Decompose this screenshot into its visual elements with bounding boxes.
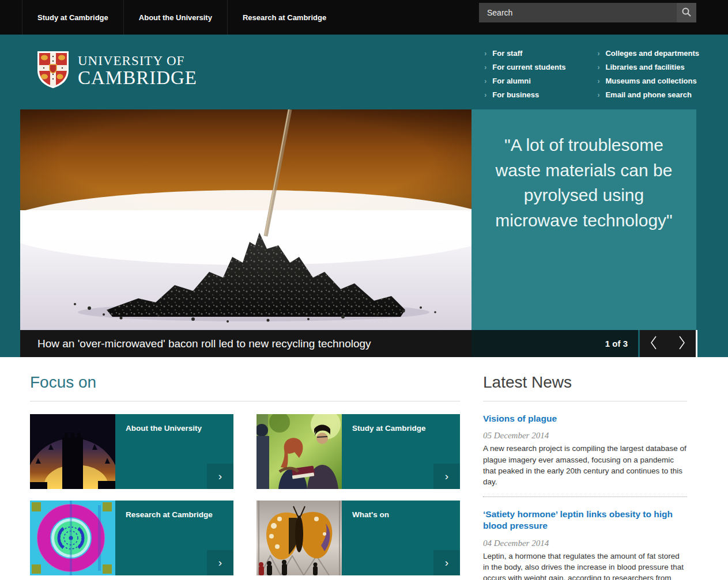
tile-label: Study at Cambridge bbox=[342, 414, 433, 489]
teal-header-zone: UNIVERSITY OF CAMBRIDGE ›For staff ›For … bbox=[0, 35, 728, 357]
link-label: Museums and collections bbox=[605, 77, 696, 85]
carousel-prev-button[interactable] bbox=[640, 330, 668, 357]
focus-on-section: Focus on bbox=[30, 370, 460, 580]
tile-image-church-silhouette bbox=[30, 414, 115, 489]
tile-image-students bbox=[257, 414, 342, 489]
tile-whats-on[interactable]: What's on › bbox=[257, 501, 460, 575]
tile-arrow-button[interactable]: › bbox=[207, 464, 233, 489]
masthead: UNIVERSITY OF CAMBRIDGE ›For staff ›For … bbox=[0, 35, 728, 109]
tile-arrow-button[interactable]: › bbox=[433, 464, 460, 489]
news-article-date: 04 December 2014 bbox=[483, 539, 687, 548]
university-logo[interactable]: UNIVERSITY OF CAMBRIDGE bbox=[37, 51, 197, 91]
search-button[interactable] bbox=[677, 3, 696, 22]
carousel-page-indicator: 1 of 3 bbox=[471, 330, 640, 357]
nav-label: Research at Cambridge bbox=[243, 13, 326, 22]
link-for-alumni[interactable]: ›For alumni bbox=[484, 74, 565, 88]
hero-carousel-slide: "A lot of troublesome waste materials ca… bbox=[0, 109, 728, 330]
chevron-right-icon: › bbox=[597, 91, 599, 99]
chevron-right-icon: › bbox=[484, 77, 486, 85]
chevron-right-icon bbox=[677, 335, 686, 352]
nav-about-the-university[interactable]: About the University bbox=[123, 0, 227, 35]
carousel-controls bbox=[640, 330, 696, 357]
link-email-phone-search[interactable]: ›Email and phone search bbox=[597, 88, 699, 102]
tile-label: Research at Cambridge bbox=[115, 501, 220, 575]
chevron-right-icon: › bbox=[484, 50, 486, 58]
divider bbox=[30, 401, 460, 401]
main-content: Focus on bbox=[0, 357, 728, 580]
divider bbox=[483, 401, 687, 401]
quick-links: ›For staff ›For current students ›For al… bbox=[484, 47, 699, 102]
latest-news-heading: Latest News bbox=[483, 373, 687, 392]
news-article-date: 05 December 2014 bbox=[483, 431, 687, 441]
tile-arrow-button[interactable]: › bbox=[433, 550, 460, 575]
chevron-right-icon: › bbox=[218, 470, 222, 483]
brand-line1: UNIVERSITY OF bbox=[78, 54, 197, 68]
chevron-right-icon: › bbox=[597, 77, 599, 85]
link-label: For staff bbox=[492, 49, 522, 58]
hero-quote-text: "A lot of troublesome waste materials ca… bbox=[495, 135, 672, 230]
hero-image-pyrolysed-carbon[interactable] bbox=[20, 109, 471, 330]
tile-study-at-cambridge[interactable]: Study at Cambridge › bbox=[257, 414, 460, 489]
brand-line2: CAMBRIDGE bbox=[78, 68, 197, 88]
tile-research-at-cambridge[interactable]: Research at Cambridge › bbox=[30, 501, 233, 575]
link-colleges-departments[interactable]: ›Colleges and departments bbox=[597, 47, 699, 60]
nav-research-at-cambridge[interactable]: Research at Cambridge bbox=[227, 0, 341, 35]
chevron-right-icon: › bbox=[484, 63, 486, 71]
nav-label: About the University bbox=[139, 13, 212, 22]
focus-on-heading: Focus on bbox=[30, 373, 460, 392]
page-indicator-text: 1 of 3 bbox=[605, 339, 628, 348]
caption-text: How an 'over-microwaved' bacon roll led … bbox=[37, 338, 371, 350]
link-for-business[interactable]: ›For business bbox=[484, 88, 565, 102]
chevron-right-icon: › bbox=[597, 63, 599, 71]
search-icon bbox=[681, 7, 692, 19]
tile-image-microscopy bbox=[30, 501, 115, 575]
chevron-right-icon: › bbox=[597, 50, 599, 58]
chevron-right-icon: › bbox=[445, 470, 448, 483]
link-label: Email and phone search bbox=[605, 90, 692, 99]
nav-study-at-cambridge[interactable]: Study at Cambridge bbox=[22, 0, 123, 35]
link-label: For business bbox=[492, 90, 539, 99]
carousel-bar: How an 'over-microwaved' bacon roll led … bbox=[20, 330, 697, 357]
news-article-summary: Leptin, a hormone that regulates the amo… bbox=[483, 551, 687, 580]
link-for-staff[interactable]: ›For staff bbox=[484, 47, 565, 60]
chevron-right-icon: › bbox=[218, 556, 222, 569]
site-search bbox=[479, 3, 696, 22]
focus-tiles-grid: About the University › bbox=[30, 414, 460, 575]
link-label: For alumni bbox=[492, 77, 530, 85]
latest-news-section: Latest News Visions of plague 05 Decembe… bbox=[483, 370, 687, 580]
tile-image-butterfly-exhibit bbox=[257, 501, 342, 575]
news-article-title[interactable]: Visions of plague bbox=[483, 413, 687, 424]
tile-label: What's on bbox=[342, 501, 396, 575]
quick-links-column-2: ›Colleges and departments ›Libraries and… bbox=[597, 47, 699, 102]
news-article-summary: A new research project is compiling the … bbox=[483, 443, 687, 487]
news-article-title[interactable]: ‘Satiety hormone’ leptin links obesity t… bbox=[483, 509, 687, 532]
carousel-caption[interactable]: How an 'over-microwaved' bacon roll led … bbox=[20, 330, 471, 357]
link-label: Colleges and departments bbox=[605, 49, 699, 58]
quick-links-column-1: ›For staff ›For current students ›For al… bbox=[484, 47, 565, 102]
link-label: Libraries and facilities bbox=[605, 63, 684, 71]
cambridge-shield-icon bbox=[37, 51, 69, 91]
carousel-next-button[interactable] bbox=[668, 330, 696, 357]
tile-arrow-button[interactable]: › bbox=[207, 550, 233, 575]
nav-label: Study at Cambridge bbox=[37, 13, 108, 22]
hero-quote-panel: "A lot of troublesome waste materials ca… bbox=[471, 109, 696, 330]
news-article: Visions of plague 05 December 2014 A new… bbox=[483, 413, 687, 497]
chevron-left-icon bbox=[649, 335, 658, 352]
tile-about-the-university[interactable]: About the University › bbox=[30, 414, 233, 489]
link-museums-collections[interactable]: ›Museums and collections bbox=[597, 74, 699, 88]
link-libraries-facilities[interactable]: ›Libraries and facilities bbox=[597, 60, 699, 74]
search-input[interactable] bbox=[479, 3, 677, 22]
top-navigation-bar: Study at Cambridge About the University … bbox=[0, 0, 728, 35]
brand-wordmark: UNIVERSITY OF CAMBRIDGE bbox=[78, 54, 197, 88]
chevron-right-icon: › bbox=[484, 91, 486, 99]
news-article: ‘Satiety hormone’ leptin links obesity t… bbox=[483, 509, 687, 580]
tile-label: About the University bbox=[115, 414, 209, 489]
link-for-current-students[interactable]: ›For current students bbox=[484, 60, 565, 74]
chevron-right-icon: › bbox=[445, 556, 448, 569]
link-label: For current students bbox=[492, 63, 565, 71]
